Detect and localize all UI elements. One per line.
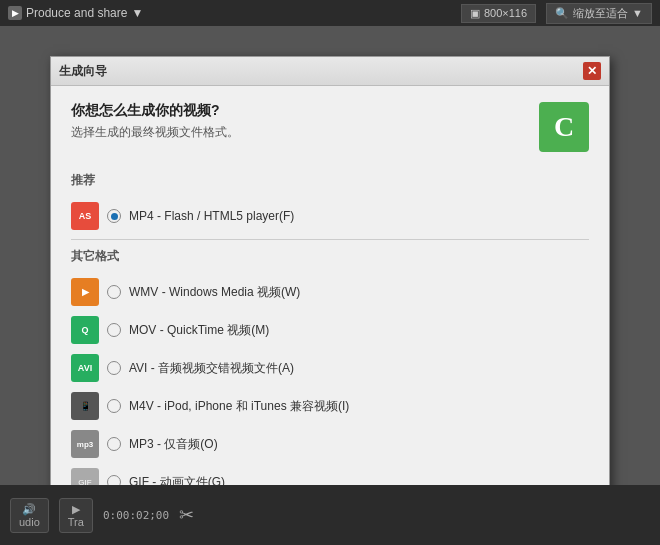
m4v-label: M4V - iPod, iPhone 和 iTunes 兼容视频(I) — [129, 398, 349, 415]
mov-label: MOV - QuickTime 视频(M) — [129, 322, 269, 339]
dialog-titlebar: 生成向导 ✕ — [51, 57, 609, 86]
resolution-display: ▣ 800×116 — [461, 4, 536, 23]
zoom-dropdown-arrow: ▼ — [632, 7, 643, 19]
wmv-icon: ▶ — [71, 278, 99, 306]
mp3-radio[interactable] — [107, 437, 121, 451]
dialog-body: 你想怎么生成你的视频? 选择生成的最终视频文件格式。 C 推荐 AS MP4 -… — [51, 86, 609, 544]
dialog-overlay: 生成向导 ✕ 你想怎么生成你的视频? 选择生成的最终视频文件格式。 C — [0, 26, 660, 485]
produce-share-label: Produce and share — [26, 6, 127, 20]
top-bar: ▶ Produce and share ▼ ▣ 800×116 🔍 缩放至适合 … — [0, 0, 660, 26]
produce-share-menu[interactable]: ▶ Produce and share ▼ — [8, 6, 143, 20]
track-button[interactable]: ▶ Tra — [59, 498, 93, 533]
dialog-header-text: 你想怎么生成你的视频? 选择生成的最终视频文件格式。 — [71, 102, 239, 141]
time-display: 0:00:02;00 — [103, 509, 169, 522]
mp3-label: MP3 - 仅音频(O) — [129, 436, 218, 453]
avi-radio[interactable] — [107, 361, 121, 375]
zoom-label: 缩放至适合 — [573, 6, 628, 21]
camtasia-logo: C — [539, 102, 589, 152]
audio-label: udio — [19, 516, 40, 528]
dialog-title: 生成向导 — [59, 63, 107, 80]
mov-radio[interactable] — [107, 323, 121, 337]
close-icon: ✕ — [587, 64, 597, 78]
format-option-m4v[interactable]: 📱 M4V - iPod, iPhone 和 iTunes 兼容视频(I) — [71, 387, 589, 425]
resolution-value: 800×116 — [484, 7, 527, 19]
main-canvas-area: 生成向导 ✕ 你想怎么生成你的视频? 选择生成的最终视频文件格式。 C — [0, 26, 660, 485]
monitor-icon: ▣ — [470, 7, 480, 20]
dialog-heading: 你想怎么生成你的视频? — [71, 102, 239, 120]
avi-label: AVI - 音频视频交错视频文件(A) — [129, 360, 294, 377]
other-formats-label: 其它格式 — [71, 248, 589, 265]
top-bar-right: ▣ 800×116 🔍 缩放至适合 ▼ — [461, 3, 652, 24]
dialog-close-button[interactable]: ✕ — [583, 62, 601, 80]
bottom-bar: 🔊 udio ▶ Tra 0:00:02;00 ✂ — [0, 485, 660, 545]
camtasia-logo-letter: C — [554, 111, 574, 143]
format-option-mp3[interactable]: mp3 MP3 - 仅音频(O) — [71, 425, 589, 463]
dialog-header: 你想怎么生成你的视频? 选择生成的最终视频文件格式。 C — [71, 102, 589, 152]
format-option-mp4[interactable]: AS MP4 - Flash / HTML5 player(F) — [71, 197, 589, 235]
m4v-radio[interactable] — [107, 399, 121, 413]
search-icon: 🔍 — [555, 7, 569, 20]
format-option-avi[interactable]: AVI AVI - 音频视频交错视频文件(A) — [71, 349, 589, 387]
mp3-icon: mp3 — [71, 430, 99, 458]
format-option-wmv[interactable]: ▶ WMV - Windows Media 视频(W) — [71, 273, 589, 311]
wmv-label: WMV - Windows Media 视频(W) — [129, 284, 300, 301]
wizard-dialog: 生成向导 ✕ 你想怎么生成你的视频? 选择生成的最终视频文件格式。 C — [50, 56, 610, 545]
avi-icon: AVI — [71, 354, 99, 382]
mp4-radio[interactable] — [107, 209, 121, 223]
mp4-icon: AS — [71, 202, 99, 230]
dropdown-arrow: ▼ — [131, 6, 143, 20]
wmv-radio[interactable] — [107, 285, 121, 299]
audio-button[interactable]: 🔊 udio — [10, 498, 49, 533]
dialog-subheading: 选择生成的最终视频文件格式。 — [71, 124, 239, 141]
track-label: Tra — [68, 516, 84, 528]
track-icon: ▶ — [72, 503, 80, 516]
audio-icon: 🔊 — [22, 503, 36, 516]
mp4-label: MP4 - Flash / HTML5 player(F) — [129, 209, 294, 223]
m4v-icon: 📱 — [71, 392, 99, 420]
recommended-label: 推荐 — [71, 172, 589, 189]
produce-icon: ▶ — [8, 6, 22, 20]
cut-icon[interactable]: ✂ — [179, 504, 194, 526]
format-option-mov[interactable]: Q MOV - QuickTime 视频(M) — [71, 311, 589, 349]
mov-icon: Q — [71, 316, 99, 344]
zoom-control[interactable]: 🔍 缩放至适合 ▼ — [546, 3, 652, 24]
section-divider — [71, 239, 589, 240]
